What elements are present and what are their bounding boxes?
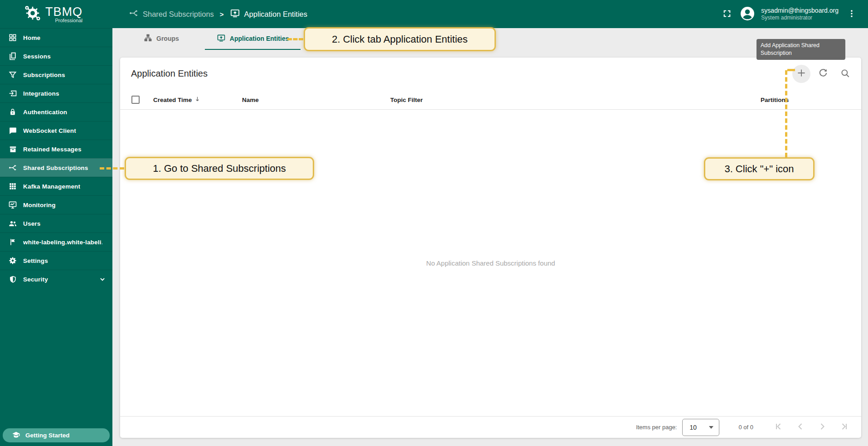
connector-line-step3-vertical <box>785 70 787 157</box>
user-email: sysadmin@thingsboard.org <box>761 7 839 15</box>
more-menu-button[interactable] <box>847 9 857 20</box>
search-icon <box>840 68 850 80</box>
more-vert-icon <box>847 9 857 20</box>
column-header-partitions[interactable]: Partitions <box>761 90 789 110</box>
tab-groups[interactable]: Groups <box>136 28 187 50</box>
getting-started-button[interactable]: Getting Started <box>3 428 110 442</box>
refresh-icon <box>818 68 829 80</box>
plus-icon <box>795 67 807 80</box>
hierarchy-icon <box>144 34 152 44</box>
sidebar-item-white-labeling[interactable]: white-labeling.white-labeli… <box>0 233 112 251</box>
select-all-checkbox[interactable] <box>131 96 140 104</box>
logo-text: TBMQ <box>45 5 82 19</box>
breadcrumb-shared-subscriptions[interactable]: Shared Subscriptions <box>129 8 214 20</box>
connector-line-step1 <box>100 167 124 170</box>
column-header-name[interactable]: Name <box>242 90 259 110</box>
sidebar-item-subscriptions[interactable]: Subscriptions <box>0 65 112 84</box>
items-per-page-select[interactable]: 10 <box>682 419 719 436</box>
sidebar-item-monitoring[interactable]: Monitoring <box>0 195 112 214</box>
table-paginator: Items per page: 10 0 of 0 <box>120 416 861 438</box>
chevron-down-icon[interactable] <box>98 275 107 283</box>
items-per-page-label: Items per page: <box>636 424 677 431</box>
app-logo[interactable]: TBMQ Professional <box>0 4 112 24</box>
sidebar-item-authentication[interactable]: Authentication <box>0 102 112 121</box>
sessions-icon <box>8 52 17 61</box>
panel-toolbar <box>792 65 854 83</box>
column-header-topic-filter[interactable]: Topic Filter <box>390 90 423 110</box>
chat-bubble-icon <box>8 126 17 135</box>
archive-icon <box>8 145 17 154</box>
last-page-button[interactable] <box>835 418 853 436</box>
application-entities-panel: Application Entities Created Time <box>120 58 861 438</box>
user-role: System administrator <box>761 15 839 21</box>
breadcrumb: Shared Subscriptions > Application Entit… <box>129 8 307 20</box>
application-entities-icon <box>217 34 226 44</box>
breadcrumb-application-entities[interactable]: Application Entities <box>230 8 307 20</box>
pager-controls <box>766 418 853 436</box>
sidebar-item-security[interactable]: Security <box>0 270 112 288</box>
gear-icon <box>8 256 17 265</box>
annotation-step-2: 2. Click tab Application Entities <box>304 27 496 51</box>
next-page-button[interactable] <box>813 418 831 436</box>
filter-icon <box>8 70 17 79</box>
shared-subscriptions-icon <box>8 163 17 172</box>
sort-desc-icon <box>194 96 201 104</box>
app-window: TBMQ Professional Shared Subscriptions > <box>0 0 868 446</box>
add-button-tooltip: Add Application Shared Subscription <box>756 39 845 60</box>
shield-icon <box>8 275 17 284</box>
home-grid-icon <box>8 33 17 42</box>
graduation-cap-icon <box>12 431 20 441</box>
sidebar-item-sessions[interactable]: Sessions <box>0 47 112 65</box>
apps-grid-icon <box>8 182 17 191</box>
header-right-controls: sysadmin@thingsboard.org System administ… <box>722 5 868 23</box>
shared-subscriptions-icon <box>129 8 139 20</box>
table-header-row: Created Time Name Topic Filter Partition… <box>120 90 861 110</box>
fullscreen-button[interactable] <box>722 9 732 20</box>
user-avatar-button[interactable] <box>739 5 756 23</box>
input-icon <box>8 89 17 98</box>
breadcrumb-separator: > <box>220 10 224 18</box>
monitor-chart-icon <box>8 200 17 209</box>
sidebar: Home Sessions Subscriptions Integrations… <box>0 28 112 446</box>
application-entities-icon <box>230 8 240 20</box>
add-button[interactable] <box>792 65 810 83</box>
tab-application-entities[interactable]: Application Entities <box>205 28 301 50</box>
sidebar-item-shared-subscriptions[interactable]: Shared Subscriptions <box>0 158 112 177</box>
tbmq-gear-logo-icon <box>24 4 42 24</box>
sidebar-item-home[interactable]: Home <box>0 28 112 47</box>
chevron-left-icon <box>795 421 806 433</box>
empty-state-text: No Application Shared Subscriptions foun… <box>426 259 555 267</box>
last-page-icon <box>839 421 849 433</box>
refresh-button[interactable] <box>814 65 832 83</box>
logo-subtext: Professional <box>55 18 82 23</box>
connector-line-step3-horizontal <box>787 69 795 71</box>
page-range-label: 0 of 0 <box>738 424 753 431</box>
select-dropdown-arrow-icon <box>709 426 713 429</box>
annotation-step-3: 3. Click "+" icon <box>704 157 815 180</box>
previous-page-button[interactable] <box>791 418 810 436</box>
sidebar-item-users[interactable]: Users <box>0 214 112 233</box>
column-header-created-time[interactable]: Created Time <box>153 90 201 110</box>
connector-line-step2 <box>287 38 303 40</box>
first-page-button[interactable] <box>770 418 788 436</box>
account-circle-icon <box>739 5 756 23</box>
first-page-icon <box>773 421 784 433</box>
flag-icon <box>8 238 17 247</box>
chevron-right-icon <box>817 421 828 433</box>
sidebar-item-settings[interactable]: Settings <box>0 251 112 270</box>
sidebar-item-integrations[interactable]: Integrations <box>0 84 112 102</box>
sidebar-item-retained-messages[interactable]: Retained Messages <box>0 140 112 158</box>
top-header: TBMQ Professional Shared Subscriptions > <box>0 0 868 28</box>
panel-title: Application Entities <box>131 68 208 79</box>
sidebar-item-websocket-client[interactable]: WebSocket Client <box>0 121 112 140</box>
user-info[interactable]: sysadmin@thingsboard.org System administ… <box>761 7 839 22</box>
people-icon <box>8 219 17 228</box>
panel-header: Application Entities <box>120 58 861 90</box>
annotation-step-1: 1. Go to Shared Subscriptions <box>125 157 314 180</box>
search-button[interactable] <box>836 65 854 83</box>
lock-icon <box>8 107 17 116</box>
table-body: No Application Shared Subscriptions foun… <box>120 110 861 416</box>
fullscreen-icon <box>722 9 732 20</box>
sidebar-item-kafka-management[interactable]: Kafka Management <box>0 177 112 195</box>
main-content: Groups Application Entities Application … <box>112 28 868 446</box>
